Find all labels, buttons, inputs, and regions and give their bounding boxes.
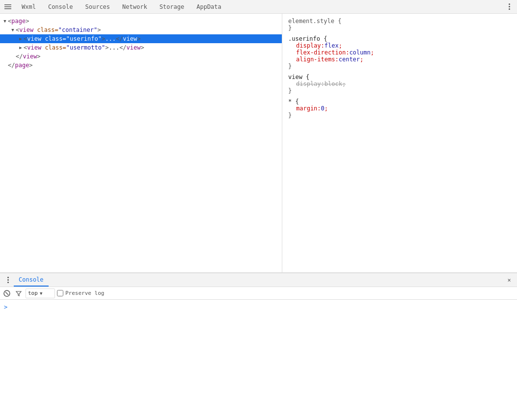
dom-text: <view class="userinfo">...</view>	[24, 35, 141, 42]
style-property: margin:0;	[288, 105, 511, 112]
dom-text: <view class="container">	[16, 26, 101, 33]
tab-sources[interactable]: Sources	[79, 0, 116, 13]
preserve-log-text: Preserve log	[65, 290, 104, 296]
style-selector: * {	[288, 98, 299, 105]
dom-panel: <page> <view class="container"> <view cl…	[0, 14, 282, 272]
console-more-options[interactable]	[2, 274, 14, 286]
tab-wxml[interactable]: Wxml	[16, 0, 42, 13]
console-body[interactable]	[0, 300, 517, 420]
dom-text: </view>	[16, 53, 41, 60]
console-filter-bar: top ▼ Preserve log	[0, 287, 517, 300]
style-selector: element.style {	[288, 18, 341, 25]
triangle-expand[interactable]	[18, 45, 24, 51]
styles-panel: element.style { } .userinfo { display:fl…	[282, 14, 517, 272]
svg-line-4	[5, 292, 8, 295]
style-close: }	[288, 25, 511, 31]
preserve-log-label[interactable]: Preserve log	[57, 290, 104, 296]
style-section-star: * { margin:0; }	[288, 98, 511, 119]
style-close: }	[288, 63, 511, 70]
svg-rect-2	[4, 8, 11, 9]
top-toolbar: Wxml Console Sources Network Storage App…	[0, 0, 517, 14]
dom-line-selected[interactable]: <view class="userinfo">...</view>	[0, 34, 282, 43]
dropdown-arrow-icon: ▼	[40, 291, 42, 296]
console-tab[interactable]: Console	[14, 273, 49, 287]
more-options-button[interactable]	[503, 1, 515, 13]
preserve-log-checkbox[interactable]	[57, 290, 63, 296]
style-property: align-items:center;	[288, 56, 511, 63]
dom-text: <view class="usermotto">...</view>	[24, 44, 144, 51]
tab-network[interactable]: Network	[116, 0, 154, 13]
toolbar-right	[503, 1, 515, 13]
style-property: flex-direction:column;	[288, 49, 511, 56]
dom-line[interactable]: <view class="usermotto">...</view>	[0, 43, 282, 52]
context-label: top	[28, 290, 38, 296]
main-area: <page> <view class="container"> <view cl…	[0, 14, 517, 273]
style-selector: .userinfo {	[288, 35, 327, 42]
style-section-element: element.style { }	[288, 18, 511, 31]
svg-rect-1	[4, 6, 11, 7]
dom-line[interactable]: <page>	[0, 17, 282, 26]
devtools-menu-button[interactable]	[2, 1, 14, 13]
context-selector[interactable]: top ▼	[26, 289, 55, 298]
dom-line[interactable]: </page>	[0, 61, 282, 70]
tab-list: Wxml Console Sources Network Storage App…	[16, 0, 228, 13]
console-filter-button[interactable]	[14, 289, 24, 298]
tab-console[interactable]: Console	[42, 0, 80, 13]
triangle-leaf	[2, 62, 8, 68]
style-selector: view {	[288, 74, 309, 80]
tab-storage[interactable]: Storage	[154, 0, 191, 13]
style-section-userinfo: .userinfo { display:flex; flex-direction…	[288, 35, 511, 70]
style-property-strikethrough: display:block;	[288, 80, 511, 87]
style-close: }	[288, 87, 511, 94]
svg-rect-0	[4, 4, 11, 5]
console-area: Console × top ▼ Preserve log	[0, 273, 517, 420]
console-clear-button[interactable]	[2, 289, 12, 298]
console-prompt[interactable]	[4, 304, 513, 311]
triangle-expand[interactable]	[10, 27, 16, 33]
dom-line[interactable]: <view class="container">	[0, 26, 282, 34]
dom-text: </page>	[8, 62, 33, 69]
style-section-view: view { display:block; }	[288, 74, 511, 94]
triangle-expand[interactable]	[18, 36, 24, 42]
style-property: display:flex;	[288, 42, 511, 49]
tab-appdata[interactable]: AppData	[190, 0, 228, 13]
triangle-expand[interactable]	[2, 18, 8, 24]
dom-text: <page>	[8, 18, 29, 25]
triangle-leaf	[10, 53, 16, 59]
console-toolbar: Console ×	[0, 273, 517, 287]
console-close-button[interactable]: ×	[503, 274, 515, 286]
style-close: }	[288, 112, 511, 119]
dom-line[interactable]: </view>	[0, 52, 282, 61]
